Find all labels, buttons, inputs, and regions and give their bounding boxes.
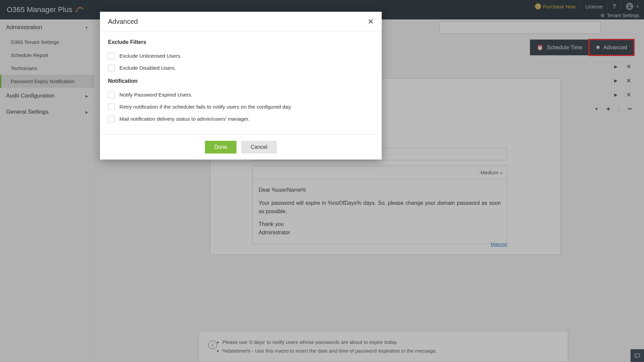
checkbox-icon — [108, 116, 115, 122]
checkbox-label: Notify Password Expired Users. — [119, 92, 193, 98]
section-exclude-filters: Exclude Filters — [108, 39, 374, 45]
modal-title: Advanced — [108, 18, 138, 25]
done-button[interactable]: Done — [205, 141, 236, 154]
checkbox-mail-status[interactable]: Mail notification delivery status to adm… — [108, 113, 374, 125]
checkbox-label: Exclude Unlicensed Users. — [119, 53, 181, 59]
checkbox-notify-expired[interactable]: Notify Password Expired Users. — [108, 89, 374, 101]
modal-body: Exclude Filters Exclude Unlicensed Users… — [100, 32, 382, 134]
modal-header: Advanced ✕ — [100, 12, 382, 32]
checkbox-label: Retry notification if the scheduler fail… — [119, 104, 292, 110]
checkbox-icon — [108, 104, 115, 110]
cancel-button[interactable]: Cancel — [241, 141, 277, 154]
modal-close-button[interactable]: ✕ — [368, 18, 374, 25]
checkbox-exclude-disabled[interactable]: Exclude Disabled Users. — [108, 62, 374, 74]
advanced-modal: Advanced ✕ Exclude Filters Exclude Unlic… — [100, 12, 382, 160]
modal-footer: Done Cancel — [100, 134, 382, 160]
checkbox-exclude-unlicensed[interactable]: Exclude Unlicensed Users. — [108, 50, 374, 62]
checkbox-label: Mail notification delivery status to adm… — [119, 116, 250, 122]
checkbox-icon — [108, 53, 115, 59]
checkbox-label: Exclude Disabled Users. — [119, 65, 176, 71]
checkbox-icon — [108, 65, 115, 71]
checkbox-retry-notification[interactable]: Retry notification if the scheduler fail… — [108, 101, 374, 113]
checkbox-icon — [108, 92, 115, 98]
section-notification: Notification — [108, 78, 374, 84]
